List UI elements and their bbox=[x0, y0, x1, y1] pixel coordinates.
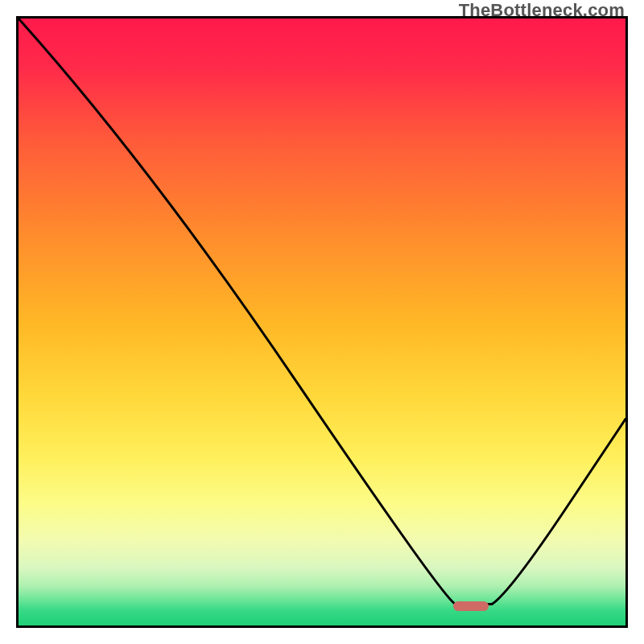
optimal-marker bbox=[453, 601, 489, 611]
bottleneck-curve bbox=[19, 19, 625, 625]
chart-frame bbox=[16, 16, 628, 628]
